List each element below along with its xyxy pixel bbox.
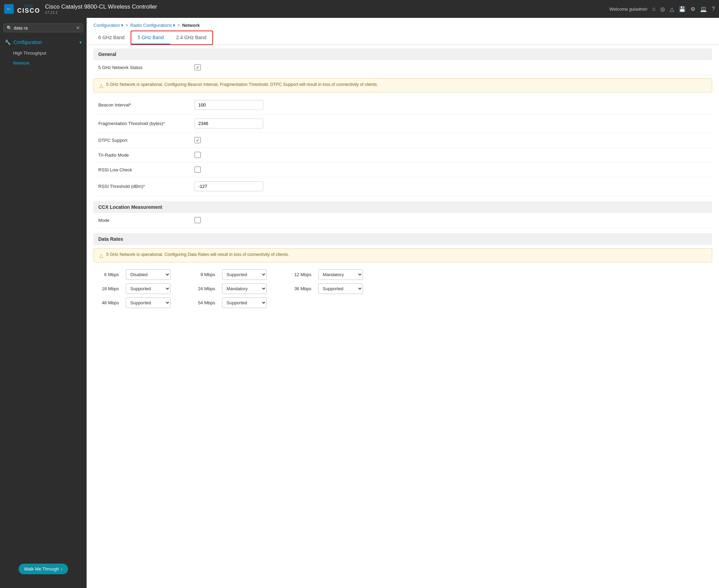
walk-me-button[interactable]: Walk Me Through › [19,564,68,574]
rate-48mbps-label: 48 Mbps [98,300,119,305]
search-clear-icon[interactable]: ✕ [76,25,80,31]
beacon-interval-input[interactable] [195,100,263,110]
rate-18mbps-label: 18 Mbps [98,286,119,291]
rate-9mbps-select[interactable]: Disabled Supported Mandatory [222,270,266,280]
sidebar-item-label: Configuration [13,39,42,45]
help-icon[interactable]: ? [712,6,715,12]
chevron-icon: ▾ [173,23,175,28]
sidebar: 🔍 ✕ 🔧 Configuration ▾ High Throughput Ne… [0,18,87,588]
rate-6mbps-label: 6 Mbps [98,272,119,277]
general-header: General [93,48,712,60]
warning-icon: △ [99,82,103,89]
rate-36mbps-select-wrap: Disabled Supported Mandatory [318,283,363,294]
rate-24mbps-label: 24 Mbps [195,286,215,291]
field-beacon-interval: Beacon Interval* [93,96,712,114]
settings-icon[interactable]: ⚙ [690,6,695,12]
dtpc-label: DTPC Support [98,138,195,143]
rssi-threshold-input[interactable] [195,181,263,191]
username: guiadmin [629,7,648,12]
data-rates-warning-text: 5 GHz Network is operational. Configurin… [106,252,289,257]
rate-48mbps-select[interactable]: Disabled Supported Mandatory [126,298,170,308]
wifi-icon[interactable]: ◎ [660,6,665,12]
rate-54mbps-label: 54 Mbps [195,300,215,305]
rate-54mbps-select-wrap: Disabled Supported Mandatory [222,297,267,308]
breadcrumb-network: Network [182,23,200,28]
ccx-header: CCX Location Measurement [93,201,712,213]
configuration-icon: 🔧 [5,39,11,45]
breadcrumb-configuration[interactable]: Configuration ▾ [93,23,123,28]
rate-24mbps-select[interactable]: Disabled Supported Mandatory [222,284,266,294]
search-input[interactable] [14,25,76,31]
top-nav: ← |||||||| CISCO Cisco Catalyst 9800-CL … [0,0,719,18]
breadcrumb-radio-configurations[interactable]: Radio Configurations ▾ [130,23,175,28]
beacon-interval-label: Beacon Interval* [98,102,195,108]
general-section: General 5 GHz Network Status △ 5 GHz Net… [93,48,712,196]
field-rssi-low-check: RSSI Low Check [93,162,712,177]
rssi-threshold-label: RSSI Threshold (dBm)* [98,184,195,189]
rate-18mbps-select-wrap: Disabled Supported Mandatory [126,283,170,294]
ccx-section: CCX Location Measurement Mode [93,201,712,228]
data-rates-warning: △ 5 GHz Network is operational. Configur… [93,248,712,262]
tab-6ghz[interactable]: 6 GHz Band [92,31,131,44]
back-button[interactable]: ← [4,4,14,14]
frag-threshold-input[interactable] [195,118,263,128]
walk-me-arrow: › [61,566,63,572]
app-title: Cisco Catalyst 9800-CL Wireless Controll… [45,3,157,10]
main-content: Configuration ▾ > Radio Configurations ▾… [87,18,719,588]
field-frag-threshold: Fragmentation Threshold (bytes)* [93,114,712,133]
alert-icon[interactable]: △ [670,6,674,12]
monitor-icon[interactable]: 💻 [700,6,707,12]
rate-6mbps-select-wrap: Disabled Supported Mandatory [126,269,170,280]
home-icon[interactable]: ⌂ [652,6,655,12]
app-version: 17.11.1 [45,10,609,14]
field-ccx-mode: Mode [93,213,712,228]
general-warning: △ 5 GHz Network is operational. Configur… [93,78,712,92]
rate-18mbps-select[interactable]: Disabled Supported Mandatory [126,284,170,294]
tab-24ghz[interactable]: 2.4 GHz Band [170,31,213,44]
app-title-area: Cisco Catalyst 9800-CL Wireless Controll… [45,3,609,14]
rate-12mbps-label: 12 Mbps [291,272,311,277]
rate-9mbps-label: 9 Mbps [195,272,215,277]
data-rates-row-0: 6 Mbps Disabled Supported Mandatory 9 Mb… [98,269,707,280]
rate-6mbps-select[interactable]: Disabled Supported Mandatory [126,270,170,280]
sidebar-sub-label: Network [13,60,30,66]
search-box: 🔍 ✕ [3,23,83,32]
breadcrumb: Configuration ▾ > Radio Configurations ▾… [87,18,719,31]
sidebar-item-high-throughput[interactable]: High Throughput [0,48,87,58]
sidebar-sub-label: High Throughput [13,50,46,56]
save-icon[interactable]: 💾 [679,6,686,12]
field-network-status: 5 GHz Network Status [93,60,712,75]
warning-text: 5 GHz Network is operational. Configurin… [106,82,378,87]
walk-me-label: Walk Me Through [24,566,59,572]
field-rssi-threshold: RSSI Threshold (dBm)* [93,177,712,196]
rate-36mbps-label: 36 Mbps [291,286,311,291]
ccx-mode-checkbox[interactable] [195,217,201,223]
warning-icon-dr: △ [99,252,103,259]
sidebar-item-configuration[interactable]: 🔧 Configuration ▾ [0,36,87,48]
nav-right: Welcome guiadmin ⌂ ◎ △ 💾 ⚙ 💻 ? [609,6,715,12]
data-rates-grid: 6 Mbps Disabled Supported Mandatory 9 Mb… [93,266,712,312]
ccx-mode-label: Mode [98,218,195,223]
data-rates-header: Data Rates [93,233,712,245]
rate-12mbps-select-wrap: Disabled Supported Mandatory [318,269,363,280]
rssi-low-checkbox[interactable] [195,167,201,173]
field-tri-radio: Tri-Radio Mode [93,148,712,162]
chevron-down-icon: ▾ [79,39,82,45]
search-icon: 🔍 [7,25,12,31]
rate-24mbps-select-wrap: Disabled Supported Mandatory [222,283,267,294]
dtpc-checkbox[interactable] [195,137,201,143]
network-status-checkbox[interactable] [195,64,201,70]
rate-12mbps-select[interactable]: Disabled Supported Mandatory [319,270,363,280]
frag-threshold-label: Fragmentation Threshold (bytes)* [98,121,195,126]
rate-36mbps-select[interactable]: Disabled Supported Mandatory [319,284,363,294]
sidebar-item-network[interactable]: Network [0,58,87,68]
rate-54mbps-select[interactable]: Disabled Supported Mandatory [222,298,266,308]
cisco-logo: |||||||| CISCO [17,4,40,14]
network-status-label: 5 GHz Network Status [98,65,195,70]
field-dtpc-support: DTPC Support [93,133,712,148]
rate-48mbps-select-wrap: Disabled Supported Mandatory [126,297,170,308]
welcome-text: Welcome guiadmin [609,7,647,12]
tri-radio-checkbox[interactable] [195,152,201,158]
rssi-low-label: RSSI Low Check [98,167,195,172]
tab-5ghz[interactable]: 5 GHz Band [131,31,170,44]
